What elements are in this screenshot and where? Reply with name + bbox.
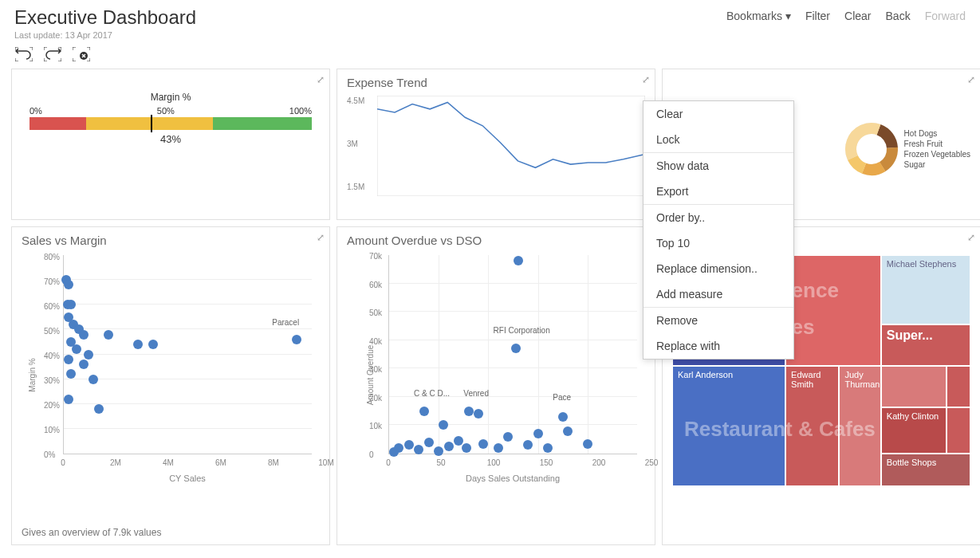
gauge-min: 0% bbox=[30, 106, 42, 116]
expense-title: Expense Trend bbox=[347, 76, 645, 89]
y-axis-label: Margin % bbox=[28, 358, 37, 391]
tm-judy[interactable]: Judy Thurman bbox=[839, 366, 880, 486]
tm-cell[interactable] bbox=[947, 366, 970, 407]
donut-chart bbox=[844, 121, 899, 177]
overdue-plot[interactable]: RFI Corporation C & C D... Venred Pace bbox=[388, 255, 637, 454]
menu-replace-dim[interactable]: Replace dimension.. bbox=[643, 256, 793, 281]
tm-super[interactable]: Super... bbox=[881, 324, 970, 366]
tm-michael[interactable]: Michael Stephens bbox=[881, 255, 970, 324]
x-axis-label: Days Sales Outstanding bbox=[388, 474, 637, 483]
expense-chart: 4.5M 3M 1.5M bbox=[347, 96, 645, 191]
tm-cell[interactable] bbox=[947, 407, 970, 454]
menu-top10[interactable]: Top 10 bbox=[643, 230, 793, 256]
tm-edward[interactable]: Edward Smith bbox=[785, 366, 839, 486]
salesmargin-plot[interactable]: Paracel bbox=[63, 255, 312, 454]
expand-icon[interactable]: ⤢ bbox=[967, 74, 975, 85]
nav-links: Bookmarks ▾ Filter Clear Back Forward bbox=[726, 6, 966, 22]
undo-icon[interactable] bbox=[14, 46, 33, 62]
gauge-value: 43% bbox=[30, 133, 312, 145]
donut-legend: Hot Dogs Fresh Fruit Frozen Vegetables S… bbox=[904, 128, 970, 171]
menu-replace-with[interactable]: Replace with bbox=[643, 333, 793, 359]
margin-panel: ⤢ Margin % 0% 50% 100% 43% bbox=[11, 69, 330, 220]
page-title: Executive Dashboard bbox=[14, 6, 196, 29]
gauge-bar bbox=[30, 117, 312, 130]
x-axis-label: CY Sales bbox=[63, 474, 312, 483]
header: Executive Dashboard Last update: 13 Apr … bbox=[0, 0, 980, 43]
gauge-title: Margin % bbox=[30, 92, 312, 103]
expand-icon[interactable]: ⤢ bbox=[317, 74, 325, 85]
overdue-title: Amount Overdue vs DSO bbox=[347, 234, 645, 247]
menu-remove[interactable]: Remove bbox=[643, 308, 793, 333]
gauge-mid: 50% bbox=[157, 106, 175, 116]
toolbar bbox=[0, 43, 980, 69]
menu-clear[interactable]: Clear bbox=[643, 101, 793, 127]
tm-bottle[interactable]: Bottle Shops bbox=[881, 454, 970, 486]
gauge-marker bbox=[151, 115, 152, 132]
bookmarks-link[interactable]: Bookmarks ▾ bbox=[726, 10, 791, 22]
menu-lock[interactable]: Lock bbox=[643, 127, 793, 152]
clear-link[interactable]: Clear bbox=[844, 10, 871, 22]
gauge-max: 100% bbox=[289, 106, 312, 116]
menu-export[interactable]: Export bbox=[643, 179, 793, 204]
menu-add-measure[interactable]: Add measure bbox=[643, 281, 793, 307]
tm-cell[interactable] bbox=[785, 255, 881, 366]
panel-footer: Gives an overview of 7.9k values bbox=[22, 527, 161, 538]
menu-orderby[interactable]: Order by.. bbox=[643, 205, 793, 230]
menu-showdata[interactable]: Show data bbox=[643, 153, 793, 179]
tm-cell[interactable] bbox=[881, 366, 947, 407]
svg-rect-1 bbox=[377, 96, 645, 196]
context-menu: Clear Lock Show data Export Order by.. T… bbox=[643, 100, 794, 360]
forward-link: Forward bbox=[925, 10, 966, 22]
dashboard-grid: ⤢ Margin % 0% 50% 100% 43% ⤢ Expense Tre… bbox=[0, 69, 980, 545]
back-link[interactable]: Back bbox=[886, 10, 911, 22]
expense-panel: ⤢ Expense Trend 4.5M 3M 1.5M bbox=[337, 69, 655, 220]
tm-karl[interactable]: Karl Anderson bbox=[672, 366, 785, 486]
salesmargin-panel: ⤢ Sales vs Margin Margin % 0%10% 20%30% … bbox=[11, 226, 330, 545]
redo-icon[interactable] bbox=[43, 46, 62, 62]
last-update: Last update: 13 Apr 2017 bbox=[14, 30, 196, 40]
tm-kathy[interactable]: Kathy Clinton bbox=[881, 407, 947, 454]
expand-icon[interactable]: ⤢ bbox=[317, 232, 325, 243]
expand-icon[interactable]: ⤢ bbox=[967, 232, 975, 243]
expand-icon[interactable]: ⤢ bbox=[642, 74, 650, 85]
salesmargin-title: Sales vs Margin bbox=[22, 234, 320, 247]
overdue-panel: ⤢ Amount Overdue vs DSO Amount Overdue 0… bbox=[337, 226, 655, 545]
clear-selection-icon[interactable] bbox=[72, 46, 91, 62]
filter-link[interactable]: Filter bbox=[805, 10, 830, 22]
